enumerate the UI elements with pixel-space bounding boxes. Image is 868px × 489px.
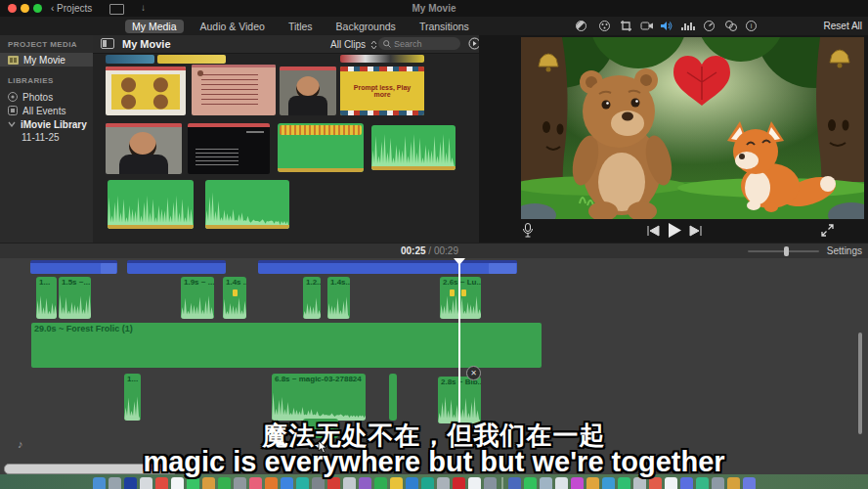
dock-app-icon[interactable] [602, 477, 615, 489]
audio-clip[interactable]: 1.2... [303, 277, 321, 319]
settings-button[interactable]: Settings [827, 245, 862, 256]
audio-clip[interactable]: 1.4s ... [223, 277, 246, 319]
video-clip-bar[interactable] [127, 260, 226, 274]
clip-filter-icon[interactable] [724, 20, 738, 32]
tab-backgrounds[interactable]: Backgrounds [329, 20, 403, 33]
dock-app-icon[interactable] [437, 477, 450, 489]
media-thumbnail-slide[interactable]: Prompt less, Play more [340, 67, 424, 115]
dock-app-icon[interactable] [390, 477, 403, 489]
media-thumbnail-document[interactable] [192, 65, 276, 115]
dock-app-icon[interactable] [633, 477, 646, 489]
dock-app-icon[interactable] [93, 477, 106, 489]
dock-app-icon[interactable] [374, 477, 387, 489]
media-thumbnail-partial[interactable] [340, 55, 424, 63]
dock-app-icon[interactable] [249, 477, 262, 489]
all-clips-dropdown[interactable]: All Clips [330, 39, 377, 50]
dock-app-icon[interactable] [696, 477, 709, 489]
dock-app-icon[interactable] [453, 477, 465, 489]
dock-app-icon[interactable] [218, 477, 231, 489]
volume-icon[interactable] [660, 20, 673, 32]
dock-app-icon[interactable] [421, 477, 434, 489]
stabilization-camera-icon[interactable] [640, 20, 654, 32]
sidebar-toggle-icon[interactable] [101, 38, 114, 49]
sidebar-item-photos[interactable]: Photos [0, 90, 93, 104]
dock-app-icon[interactable] [555, 477, 568, 489]
tab-audio-video[interactable]: Audio & Video [194, 20, 272, 33]
media-audio-clip[interactable] [278, 123, 364, 172]
sidebar-item-event-date[interactable]: 11-11-25 [0, 130, 93, 144]
music-track[interactable]: 29.0s ~ Forest Frolic (1) [31, 323, 542, 368]
dock-app-icon[interactable] [712, 477, 724, 489]
audio-clip[interactable]: 6.8s ~ magic-03-278824 [272, 374, 366, 421]
noise-equalizer-icon[interactable] [681, 20, 695, 32]
dock-app-icon[interactable] [327, 477, 340, 489]
audio-clip[interactable]: 1.4s... [327, 277, 350, 319]
sidebar-item-imovie-library[interactable]: iMovie Library [0, 117, 93, 131]
fullscreen-icon[interactable] [821, 224, 834, 237]
dock-app-icon[interactable] [155, 477, 168, 489]
dock-app-icon[interactable] [508, 477, 521, 489]
audio-clip[interactable]: 2.6s ~ Lu... [440, 277, 481, 319]
dock-app-icon[interactable] [665, 477, 677, 489]
sidebar-item-all-events[interactable]: All Events [0, 104, 93, 117]
dock-app-icon[interactable] [618, 477, 630, 489]
dock-app-icon[interactable] [343, 477, 356, 489]
dock-app-icon[interactable] [265, 477, 278, 489]
dock-app-icon[interactable] [187, 477, 199, 489]
audio-clip[interactable]: 1... [36, 277, 57, 319]
crop-icon[interactable] [620, 20, 633, 32]
dock-app-icon[interactable] [202, 477, 215, 489]
dock-app-icon[interactable] [743, 477, 756, 489]
timeline-zoom-slider-thumb[interactable] [784, 246, 789, 256]
media-audio-clip[interactable] [371, 125, 456, 170]
dock-app-icon[interactable] [140, 477, 152, 489]
media-thumbnail-presenter[interactable] [280, 67, 336, 115]
color-balance-icon[interactable] [575, 20, 588, 32]
audio-clip[interactable]: 1... [124, 374, 141, 421]
video-clip-bar[interactable] [258, 260, 517, 274]
record-voiceover-icon[interactable] [522, 223, 534, 238]
dock[interactable] [93, 477, 756, 489]
reset-all-button[interactable]: Reset All [824, 21, 862, 31]
sidebar-item-my-movie[interactable]: My Movie [0, 53, 93, 67]
dock-app-icon[interactable] [171, 477, 184, 489]
clip-mute-badge[interactable]: ✕ [466, 366, 481, 380]
search-input[interactable]: Search [378, 37, 460, 50]
dock-app-icon[interactable] [124, 477, 137, 489]
skip-back-button[interactable] [646, 225, 660, 237]
color-correction-icon[interactable] [598, 20, 612, 32]
dock-app-icon[interactable] [359, 477, 371, 489]
dock-app-icon[interactable] [571, 477, 584, 489]
dock-app-icon[interactable] [468, 477, 481, 489]
tab-transitions[interactable]: Transitions [412, 20, 476, 33]
playhead[interactable] [458, 258, 460, 440]
audio-clip[interactable] [389, 374, 397, 421]
tab-my-media[interactable]: My Media [125, 20, 184, 33]
media-thumbnail-bear-collage[interactable] [106, 67, 186, 115]
dock-app-icon[interactable] [108, 477, 121, 489]
dock-app-icon[interactable] [586, 477, 599, 489]
dock-app-icon[interactable] [484, 477, 497, 489]
dock-app-icon[interactable] [524, 477, 537, 489]
dock-app-icon[interactable] [234, 477, 246, 489]
dock-app-icon[interactable] [727, 477, 740, 489]
dock-app-icon[interactable] [540, 477, 552, 489]
dock-app-icon[interactable] [312, 477, 325, 489]
tab-titles[interactable]: Titles [282, 20, 320, 33]
dock-app-icon[interactable] [296, 477, 309, 489]
dock-app-icon[interactable] [406, 477, 418, 489]
media-thumbnail-partial[interactable] [106, 55, 154, 64]
clip-info-icon[interactable]: i [745, 20, 759, 32]
play-button[interactable] [667, 222, 682, 239]
skip-forward-button[interactable] [689, 225, 703, 237]
media-audio-clip[interactable] [205, 180, 289, 229]
speed-icon[interactable] [703, 20, 716, 32]
media-thumbnail-partial[interactable] [157, 55, 226, 64]
media-audio-clip[interactable] [108, 180, 194, 229]
audio-clip[interactable]: 1.5s ~... [59, 277, 91, 319]
dock-app-icon[interactable] [649, 477, 662, 489]
audio-clip[interactable]: 1.9s ~ ... [181, 277, 214, 319]
dock-app-icon[interactable] [680, 477, 693, 489]
media-thumbnail-presenter-headphones[interactable] [106, 123, 182, 174]
dock-app-icon[interactable] [281, 477, 293, 489]
